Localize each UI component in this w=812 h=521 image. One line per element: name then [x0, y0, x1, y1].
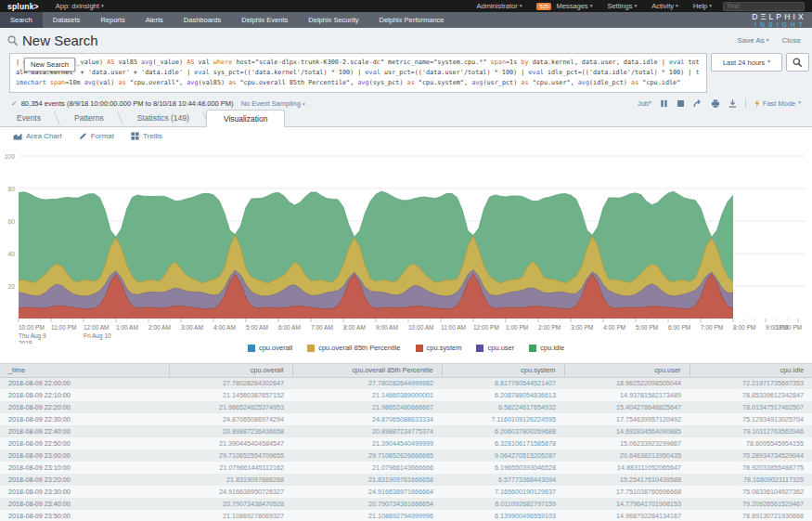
- cell-cpu-user[interactable]: 17.751038760596668: [564, 486, 690, 498]
- messages-menu[interactable]: 525 Messages ▾: [529, 2, 599, 10]
- cell-time[interactable]: 2018-08-09 22:40:00: [0, 425, 169, 437]
- cell-cpu-system[interactable]: 6.011092682797159: [442, 498, 564, 510]
- cell-cpu-overall-85th-percentile[interactable]: 20.89887234775374: [292, 425, 442, 437]
- cell-cpu-overall-85th-percentile[interactable]: 21.14660389000001: [292, 389, 442, 401]
- cell-cpu-idle[interactable]: 78.85339612342847: [690, 389, 812, 401]
- cell-cpu-idle[interactable]: 70.28934734529044: [690, 449, 812, 462]
- app-menu[interactable]: App: dxinsight ▾: [48, 2, 111, 10]
- cell-cpu-idle[interactable]: 79.10112763563946: [690, 425, 812, 437]
- cell-cpu-overall-85th-percentile[interactable]: 20.790734361666654: [292, 498, 442, 510]
- legend-item-cpu-overall-85th-percentile[interactable]: cpu.overall 85th Percentile: [307, 344, 400, 352]
- cell-cpu-system[interactable]: 7.165600190129637: [442, 486, 564, 498]
- cell-cpu-overall[interactable]: 20.89887236436058: [169, 425, 292, 437]
- cell-cpu-overall-85th-percentile[interactable]: 21.831909761666658: [292, 474, 442, 486]
- nav-item-datasets[interactable]: Datasets: [43, 12, 91, 28]
- cell-time[interactable]: 2018-08-09 23:40:00: [0, 498, 169, 510]
- cell-cpu-system[interactable]: 7.1160109126224595: [442, 413, 564, 425]
- format-button[interactable]: Format: [79, 132, 114, 140]
- cell-cpu-idle[interactable]: 78.16809021117325: [690, 474, 812, 486]
- nav-item-dashboards[interactable]: Dashboards: [174, 12, 231, 28]
- cell-cpu-idle[interactable]: 75.12934913025704: [690, 413, 812, 425]
- cell-cpu-user[interactable]: 14.779641701908153: [564, 498, 690, 510]
- cell-cpu-user[interactable]: 18.962522098505044: [564, 377, 690, 389]
- legend-item-cpu-idle[interactable]: cpu.idle: [529, 344, 564, 352]
- cell-cpu-system[interactable]: 8.817760544521407: [442, 377, 564, 389]
- administrator-menu[interactable]: Administrator ▾: [469, 2, 529, 10]
- event-sampling-menu[interactable]: No Event Sampling ▾: [241, 99, 305, 108]
- cell-cpu-overall[interactable]: 21.8319097888268: [169, 474, 292, 486]
- cell-cpu-overall-85th-percentile[interactable]: 21.98652480666667: [292, 401, 442, 413]
- cell-cpu-system[interactable]: 6.58224617654932: [442, 401, 564, 413]
- legend-item-cpu-user[interactable]: cpu.user: [476, 344, 514, 352]
- cell-cpu-overall[interactable]: 29.710652554709655: [169, 449, 292, 462]
- export-icon[interactable]: [728, 99, 737, 108]
- cell-cpu-overall-85th-percentile[interactable]: 29.710652626666665: [292, 449, 442, 462]
- pause-job-icon[interactable]: [660, 99, 668, 108]
- legend-item-cpu-overall[interactable]: cpu.overall: [248, 344, 292, 352]
- cell-cpu-overall[interactable]: 24.916638950726327: [169, 486, 292, 498]
- cpu-area-chart[interactable]: 2040608010010:00 PM11:00 PM12:00 AM1:00 …: [0, 147, 812, 344]
- cell-cpu-overall-85th-percentile[interactable]: 24.916638971666664: [292, 486, 442, 498]
- trellis-button[interactable]: Trellis: [131, 132, 162, 140]
- cell-cpu-user[interactable]: 15.404278648825647: [564, 401, 690, 413]
- cell-time[interactable]: 2018-08-09 22:00:00: [0, 377, 169, 389]
- cell-cpu-user[interactable]: 14.692834564090885: [564, 425, 690, 437]
- cell-time[interactable]: 2018-08-09 22:50:00: [0, 437, 169, 449]
- cell-cpu-system[interactable]: 6.206037800269688: [442, 425, 564, 437]
- cell-cpu-user[interactable]: 14.883111052065647: [564, 462, 690, 474]
- cell-cpu-idle[interactable]: 78.92033855488775: [690, 462, 812, 474]
- run-search-button[interactable]: [786, 53, 809, 72]
- column-header-cpu-system[interactable]: cpu.system: [442, 364, 564, 377]
- cell-time[interactable]: 2018-08-09 23:20:00: [0, 474, 169, 486]
- cell-cpu-overall[interactable]: 24.87065086974294: [169, 413, 292, 425]
- cell-time[interactable]: 2018-08-09 22:10:00: [0, 389, 169, 401]
- cell-cpu-overall[interactable]: 21.390445404584547: [169, 437, 292, 449]
- cell-cpu-system[interactable]: 9.064270515205287: [442, 449, 564, 462]
- column-header-cpu-overall-85th-percentile[interactable]: cpu.overall 85th Percentile: [292, 364, 442, 377]
- activity-menu[interactable]: Activity ▾: [644, 2, 686, 10]
- cell-cpu-user[interactable]: 15.06233923299867: [564, 437, 690, 449]
- cell-cpu-overall-85th-percentile[interactable]: 27.780282644999982: [292, 377, 442, 389]
- cell-cpu-user[interactable]: 14.968792284134167: [564, 510, 690, 521]
- chart-type-button[interactable]: Area Chart: [13, 132, 62, 140]
- nav-item-delphix-performance[interactable]: Delphix Performance: [369, 12, 455, 28]
- cell-cpu-idle[interactable]: 78.6095545954155: [690, 437, 812, 449]
- cell-cpu-system[interactable]: 6.139900496559103: [442, 510, 564, 521]
- column-header-cpu-overall[interactable]: cpu.overall: [169, 364, 292, 377]
- column-header-cpu-user[interactable]: cpu.user: [564, 364, 690, 377]
- nav-item-search[interactable]: Search: [0, 12, 43, 28]
- cell-time[interactable]: 2018-08-09 22:30:00: [0, 413, 169, 425]
- cell-cpu-overall[interactable]: 21.10869278069327: [169, 510, 292, 521]
- nav-item-alerts[interactable]: Alerts: [135, 12, 174, 28]
- cell-cpu-system[interactable]: 6.57773368443094: [442, 474, 564, 486]
- cell-cpu-idle[interactable]: 78.89130721930668: [690, 510, 812, 521]
- cell-time[interactable]: 2018-08-09 22:20:00: [0, 401, 169, 413]
- cell-cpu-overall[interactable]: 27.78028264302647: [169, 377, 292, 389]
- nav-item-reports[interactable]: Reports: [90, 12, 135, 28]
- cell-cpu-idle[interactable]: 79.20926561529467: [690, 498, 812, 510]
- tab-events[interactable]: Events: [0, 110, 58, 126]
- cell-cpu-idle[interactable]: 78.01347517462507: [690, 401, 812, 413]
- share-job-icon[interactable]: [693, 99, 702, 108]
- cell-cpu-overall-85th-percentile[interactable]: 21.108692794999996: [292, 510, 442, 521]
- cell-cpu-overall[interactable]: 21.986524825374953: [169, 401, 292, 413]
- splunk-logo[interactable]: splunk>: [7, 2, 39, 11]
- job-menu[interactable]: Job ▾: [638, 99, 651, 108]
- column-header-time[interactable]: _time: [0, 364, 169, 377]
- tab-visualization[interactable]: Visualization: [206, 110, 286, 127]
- help-menu[interactable]: Help ▾: [686, 2, 719, 10]
- find-input[interactable]: [723, 2, 805, 11]
- cell-cpu-system[interactable]: 6.196550393046528: [442, 462, 564, 474]
- cell-cpu-user[interactable]: 17.754639957120492: [564, 413, 690, 425]
- nav-item-delphix-events[interactable]: Delphix Events: [231, 12, 298, 28]
- cell-cpu-overall[interactable]: 20.79073438470528: [169, 498, 292, 510]
- cell-cpu-system[interactable]: 6.208788054836613: [442, 389, 564, 401]
- cell-cpu-overall-85th-percentile[interactable]: 21.07966143666666: [292, 462, 442, 474]
- cell-time[interactable]: 2018-08-09 23:30:00: [0, 486, 169, 498]
- tab-statistics-149[interactable]: Statistics (149): [121, 110, 206, 126]
- cell-time[interactable]: 2018-08-09 23:10:00: [0, 462, 169, 474]
- print-icon[interactable]: [711, 99, 720, 108]
- tab-patterns[interactable]: Patterns: [58, 110, 121, 126]
- column-header-cpu-idle[interactable]: cpu.idle: [690, 364, 812, 377]
- save-as-button[interactable]: Save As ▾: [737, 36, 768, 45]
